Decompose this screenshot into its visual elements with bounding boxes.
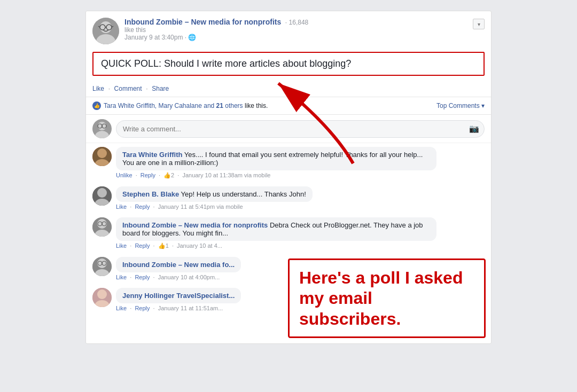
post-meta: Inbound Zombie – New media for nonprofit… — [124, 18, 485, 41]
comment-bubble: Stephen B. Blake Yep! Help us understand… — [116, 186, 313, 202]
post-subtitle: like this — [124, 26, 485, 34]
globe-icon: 🌐 — [188, 34, 196, 41]
comment-actions: Unlike · Reply · 👍2 · January 10 at 11:3… — [116, 172, 436, 179]
comment-content: Inbound Zombie – New media for nonprofit… — [116, 217, 436, 249]
thumbs-up-icon: 👍 — [92, 101, 101, 110]
likes-others-count[interactable]: 21 — [216, 102, 223, 109]
page-likes: · 16,848 — [285, 19, 308, 26]
like-count: 👍1 — [158, 242, 169, 249]
svg-point-33 — [97, 289, 107, 299]
like-link[interactable]: Like — [116, 203, 127, 210]
like-link[interactable]: Like — [116, 305, 127, 311]
comment-item: Tara White Griffith Yes.... I found that… — [86, 143, 491, 183]
actions-bar: Like · Comment · Share — [86, 82, 491, 97]
comment-author[interactable]: Jenny Hollinger TravelSpecialist... — [122, 292, 235, 300]
reply-link[interactable]: Reply — [135, 305, 150, 311]
commenter-avatar — [92, 288, 112, 307]
annotation-text: Here's a poll I asked my email subscribe… — [299, 268, 474, 329]
commenter-avatar — [92, 186, 112, 206]
comment-timestamp: January 11 at 11:51am... — [158, 305, 223, 311]
facebook-post: Inbound Zombie – New media for nonprofit… — [85, 11, 492, 344]
comment-bubble: Tara White Griffith Yes.... I found that… — [116, 147, 436, 170]
comment-action[interactable]: Comment — [114, 85, 142, 92]
unlike-link[interactable]: Unlike — [116, 172, 132, 178]
comment-input-wrapper: 📷 — [116, 120, 485, 138]
reply-link[interactable]: Reply — [135, 203, 150, 210]
comment-actions: Like · Reply · January 10 at 4:00pm... — [116, 274, 241, 280]
likes-summary: 👍 Tara White Griffith, Mary Cahalane and… — [86, 97, 491, 115]
likes-names[interactable]: Tara White Griffith, Mary Cahalane and 2… — [104, 102, 243, 109]
comment-content: Jenny Hollinger TravelSpecialist... Like… — [116, 288, 241, 311]
page-commenter-avatar — [92, 217, 112, 237]
comment-input-row: 📷 — [86, 115, 491, 143]
likes-left: 👍 Tara White Griffith, Mary Cahalane and… — [92, 101, 268, 110]
comment-item: Inbound Zombie – New media for nonprofit… — [86, 214, 491, 253]
comment-actions: Like · Reply · 👍1 · January 10 at 4... — [116, 242, 436, 249]
like-link[interactable]: Like — [116, 274, 127, 280]
post-dropdown-button[interactable]: ▾ — [473, 19, 485, 29]
page-avatar — [92, 18, 119, 44]
like-count: 👍2 — [163, 172, 174, 178]
like-link[interactable]: Like — [116, 242, 127, 249]
current-user-avatar — [92, 119, 112, 138]
comment-item: Stephen B. Blake Yep! Help us understand… — [86, 183, 491, 214]
camera-icon: 📷 — [469, 124, 479, 134]
reply-link[interactable]: Reply — [135, 242, 150, 249]
comment-bubble: Jenny Hollinger TravelSpecialist... — [116, 288, 241, 303]
comment-author[interactable]: Tara White Griffith — [122, 151, 182, 159]
comment-input[interactable] — [116, 120, 485, 138]
comment-timestamp: January 11 at 5:41pm via mobile — [158, 203, 243, 210]
annotation-box: Here's a poll I asked my email subscribe… — [288, 258, 486, 338]
comment-timestamp: January 10 at 4... — [177, 242, 222, 249]
commenter-avatar — [92, 147, 112, 166]
post-header: Inbound Zombie – New media for nonprofit… — [86, 11, 491, 49]
comment-text: Yep! Help us understand... Thanks John! — [181, 190, 306, 198]
reply-link[interactable]: Reply — [141, 172, 155, 178]
page-commenter-avatar — [92, 257, 112, 276]
post-timestamp: January 9 at 3:40pm · 🌐 — [124, 34, 485, 41]
comment-content: Tara White Griffith Yes.... I found that… — [116, 147, 436, 179]
comment-content: Stephen B. Blake Yep! Help us understand… — [116, 186, 313, 210]
poll-question: QUICK POLL: Should I write more articles… — [92, 52, 485, 76]
comment-author[interactable]: Inbound Zombie – New media fo... — [122, 261, 235, 269]
likes-text: like this. — [243, 102, 268, 109]
comment-bubble: Inbound Zombie – New media for nonprofit… — [116, 217, 436, 241]
share-action[interactable]: Share — [152, 85, 169, 92]
comment-actions: Like · Reply · January 11 at 11:51am... — [116, 305, 241, 311]
comment-timestamp: January 10 at 4:00pm... — [158, 274, 220, 280]
reply-link[interactable]: Reply — [135, 274, 150, 280]
comment-timestamp: January 10 at 11:38am via mobile — [182, 172, 270, 178]
comment-author[interactable]: Inbound Zombie – New media for nonprofit… — [122, 221, 268, 229]
svg-point-19 — [97, 188, 107, 198]
like-action[interactable]: Like — [92, 85, 104, 92]
top-comments-button[interactable]: Top Comments ▾ — [436, 102, 485, 109]
page-name[interactable]: Inbound Zombie – New media for nonprofit… — [124, 18, 281, 26]
svg-point-16 — [97, 148, 107, 158]
comment-bubble: Inbound Zombie – New media fo... — [116, 257, 241, 272]
comment-actions: Like · Reply · January 11 at 5:41pm via … — [116, 203, 313, 210]
comment-content: Inbound Zombie – New media fo... Like · … — [116, 257, 241, 280]
comment-author[interactable]: Stephen B. Blake — [122, 190, 179, 198]
